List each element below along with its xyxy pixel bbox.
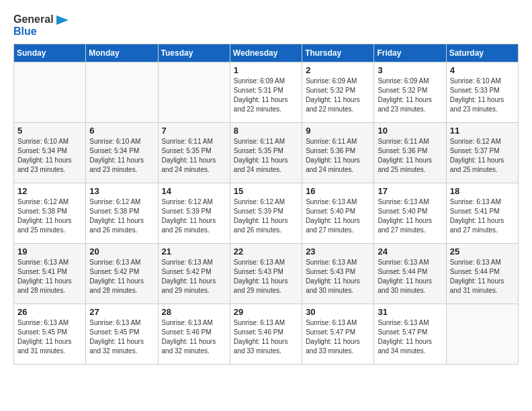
day-info: Sunrise: 6:10 AM Sunset: 5:34 PM Dayligh… <box>89 137 154 175</box>
day-cell: 25Sunrise: 6:13 AM Sunset: 5:44 PM Dayli… <box>446 244 518 304</box>
day-number: 21 <box>162 246 226 257</box>
day-info: Sunrise: 6:13 AM Sunset: 5:42 PM Dayligh… <box>162 258 226 295</box>
day-cell <box>86 62 158 123</box>
day-info: Sunrise: 6:13 AM Sunset: 5:42 PM Dayligh… <box>89 258 154 295</box>
day-info: Sunrise: 6:13 AM Sunset: 5:47 PM Dayligh… <box>378 318 442 356</box>
calendar-body: 1Sunrise: 6:09 AM Sunset: 5:31 PM Daylig… <box>14 62 519 365</box>
day-cell: 10Sunrise: 6:11 AM Sunset: 5:36 PM Dayli… <box>374 123 446 183</box>
day-number: 1 <box>234 65 298 75</box>
header-cell-friday: Friday <box>374 44 446 62</box>
day-cell: 21Sunrise: 6:13 AM Sunset: 5:42 PM Dayli… <box>158 244 230 304</box>
day-info: Sunrise: 6:09 AM Sunset: 5:32 PM Dayligh… <box>306 77 370 114</box>
day-number: 11 <box>450 126 515 136</box>
day-number: 29 <box>234 307 298 317</box>
day-cell: 22Sunrise: 6:13 AM Sunset: 5:43 PM Dayli… <box>230 244 302 304</box>
day-info: Sunrise: 6:13 AM Sunset: 5:46 PM Dayligh… <box>162 318 226 356</box>
logo-blue: Blue <box>13 26 69 38</box>
day-cell: 23Sunrise: 6:13 AM Sunset: 5:43 PM Dayli… <box>302 244 374 304</box>
week-row-0: 1Sunrise: 6:09 AM Sunset: 5:31 PM Daylig… <box>14 62 519 123</box>
header: General Blue <box>13 13 519 37</box>
day-number: 16 <box>306 186 370 196</box>
day-cell: 11Sunrise: 6:12 AM Sunset: 5:37 PM Dayli… <box>446 123 518 183</box>
day-cell <box>158 62 230 123</box>
day-cell: 9Sunrise: 6:11 AM Sunset: 5:36 PM Daylig… <box>302 123 374 183</box>
day-cell: 26Sunrise: 6:13 AM Sunset: 5:45 PM Dayli… <box>14 304 86 365</box>
day-number: 28 <box>162 307 226 317</box>
day-number: 26 <box>17 307 82 317</box>
day-info: Sunrise: 6:11 AM Sunset: 5:35 PM Dayligh… <box>234 137 298 175</box>
logo: General Blue <box>13 13 69 37</box>
day-number: 19 <box>17 246 82 257</box>
day-number: 3 <box>378 65 442 75</box>
day-cell: 16Sunrise: 6:13 AM Sunset: 5:40 PM Dayli… <box>302 183 374 244</box>
day-cell: 8Sunrise: 6:11 AM Sunset: 5:35 PM Daylig… <box>230 123 302 183</box>
day-info: Sunrise: 6:12 AM Sunset: 5:38 PM Dayligh… <box>17 197 82 235</box>
day-info: Sunrise: 6:09 AM Sunset: 5:31 PM Dayligh… <box>234 77 298 114</box>
day-info: Sunrise: 6:13 AM Sunset: 5:47 PM Dayligh… <box>306 318 370 356</box>
day-number: 7 <box>162 126 226 136</box>
day-cell: 24Sunrise: 6:13 AM Sunset: 5:44 PM Dayli… <box>374 244 446 304</box>
day-cell: 18Sunrise: 6:13 AM Sunset: 5:41 PM Dayli… <box>446 183 518 244</box>
day-number: 31 <box>378 307 442 317</box>
header-cell-thursday: Thursday <box>302 44 374 62</box>
day-number: 13 <box>89 186 154 196</box>
day-number: 15 <box>234 186 298 196</box>
day-cell: 2Sunrise: 6:09 AM Sunset: 5:32 PM Daylig… <box>302 62 374 123</box>
day-cell: 20Sunrise: 6:13 AM Sunset: 5:42 PM Dayli… <box>86 244 158 304</box>
week-row-2: 12Sunrise: 6:12 AM Sunset: 5:38 PM Dayli… <box>14 183 519 244</box>
day-cell: 3Sunrise: 6:09 AM Sunset: 5:32 PM Daylig… <box>374 62 446 123</box>
day-info: Sunrise: 6:13 AM Sunset: 5:45 PM Dayligh… <box>89 318 154 356</box>
day-cell <box>446 304 518 365</box>
day-info: Sunrise: 6:13 AM Sunset: 5:41 PM Dayligh… <box>17 258 82 295</box>
svg-marker-0 <box>56 15 69 25</box>
day-info: Sunrise: 6:13 AM Sunset: 5:40 PM Dayligh… <box>378 197 442 235</box>
day-info: Sunrise: 6:12 AM Sunset: 5:38 PM Dayligh… <box>89 197 154 235</box>
logo-arrow-icon <box>56 15 69 25</box>
header-cell-sunday: Sunday <box>14 44 86 62</box>
day-info: Sunrise: 6:11 AM Sunset: 5:36 PM Dayligh… <box>306 137 370 175</box>
day-info: Sunrise: 6:13 AM Sunset: 5:43 PM Dayligh… <box>234 258 298 295</box>
day-info: Sunrise: 6:12 AM Sunset: 5:37 PM Dayligh… <box>450 137 515 175</box>
day-info: Sunrise: 6:13 AM Sunset: 5:41 PM Dayligh… <box>450 197 515 235</box>
day-number: 18 <box>450 186 515 196</box>
day-info: Sunrise: 6:12 AM Sunset: 5:39 PM Dayligh… <box>234 197 298 235</box>
day-cell: 6Sunrise: 6:10 AM Sunset: 5:34 PM Daylig… <box>86 123 158 183</box>
day-info: Sunrise: 6:13 AM Sunset: 5:43 PM Dayligh… <box>306 258 370 295</box>
day-number: 30 <box>306 307 370 317</box>
day-cell: 5Sunrise: 6:10 AM Sunset: 5:34 PM Daylig… <box>14 123 86 183</box>
day-cell: 15Sunrise: 6:12 AM Sunset: 5:39 PM Dayli… <box>230 183 302 244</box>
week-row-1: 5Sunrise: 6:10 AM Sunset: 5:34 PM Daylig… <box>14 123 519 183</box>
day-cell: 13Sunrise: 6:12 AM Sunset: 5:38 PM Dayli… <box>86 183 158 244</box>
day-info: Sunrise: 6:13 AM Sunset: 5:45 PM Dayligh… <box>17 318 82 356</box>
day-info: Sunrise: 6:10 AM Sunset: 5:33 PM Dayligh… <box>450 77 515 114</box>
day-number: 10 <box>378 126 442 136</box>
day-info: Sunrise: 6:11 AM Sunset: 5:36 PM Dayligh… <box>378 137 442 175</box>
day-info: Sunrise: 6:13 AM Sunset: 5:46 PM Dayligh… <box>234 318 298 356</box>
header-cell-monday: Monday <box>86 44 158 62</box>
day-cell: 1Sunrise: 6:09 AM Sunset: 5:31 PM Daylig… <box>230 62 302 123</box>
header-row: SundayMondayTuesdayWednesdayThursdayFrid… <box>14 44 519 62</box>
day-number: 17 <box>378 186 442 196</box>
day-cell: 31Sunrise: 6:13 AM Sunset: 5:47 PM Dayli… <box>374 304 446 365</box>
day-cell: 28Sunrise: 6:13 AM Sunset: 5:46 PM Dayli… <box>158 304 230 365</box>
day-number: 6 <box>89 126 154 136</box>
calendar-table: SundayMondayTuesdayWednesdayThursdayFrid… <box>13 44 519 365</box>
day-info: Sunrise: 6:09 AM Sunset: 5:32 PM Dayligh… <box>378 77 442 114</box>
day-cell: 29Sunrise: 6:13 AM Sunset: 5:46 PM Dayli… <box>230 304 302 365</box>
day-cell: 7Sunrise: 6:11 AM Sunset: 5:35 PM Daylig… <box>158 123 230 183</box>
day-info: Sunrise: 6:13 AM Sunset: 5:44 PM Dayligh… <box>450 258 515 295</box>
day-number: 8 <box>234 126 298 136</box>
day-cell: 19Sunrise: 6:13 AM Sunset: 5:41 PM Dayli… <box>14 244 86 304</box>
day-cell: 17Sunrise: 6:13 AM Sunset: 5:40 PM Dayli… <box>374 183 446 244</box>
week-row-3: 19Sunrise: 6:13 AM Sunset: 5:41 PM Dayli… <box>14 244 519 304</box>
header-cell-wednesday: Wednesday <box>230 44 302 62</box>
day-number: 5 <box>17 126 82 136</box>
day-number: 22 <box>234 246 298 257</box>
week-row-4: 26Sunrise: 6:13 AM Sunset: 5:45 PM Dayli… <box>14 304 519 365</box>
day-info: Sunrise: 6:10 AM Sunset: 5:34 PM Dayligh… <box>17 137 82 175</box>
day-number: 24 <box>378 246 442 257</box>
day-cell: 4Sunrise: 6:10 AM Sunset: 5:33 PM Daylig… <box>446 62 518 123</box>
calendar-header: SundayMondayTuesdayWednesdayThursdayFrid… <box>14 44 519 62</box>
day-number: 20 <box>89 246 154 257</box>
day-number: 12 <box>17 186 82 196</box>
